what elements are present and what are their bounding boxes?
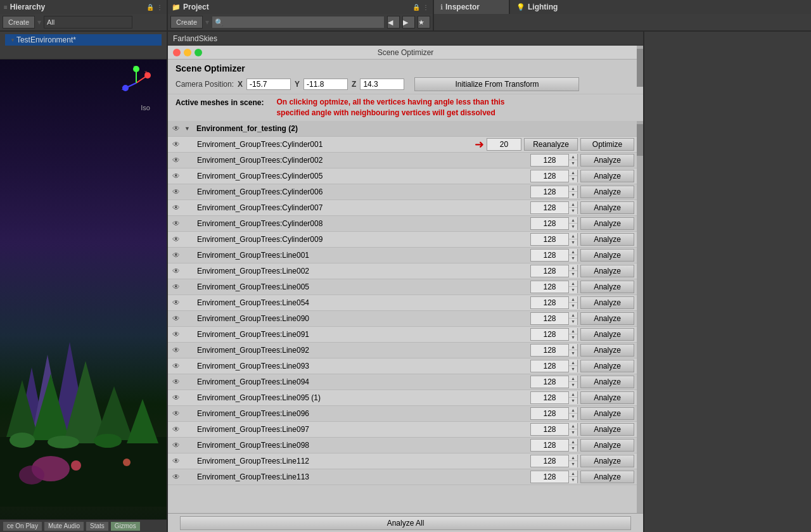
scene-mute-btn[interactable]: Mute Audio [44,521,84,531]
stepper-7[interactable]: 128▲▼ [530,249,578,262]
group-eye-icon[interactable]: 👁 [170,123,182,134]
scene-gizmos-btn[interactable]: Gizmos [110,521,141,531]
stepper-dn-18[interactable]: ▼ [569,429,577,436]
eye-icon-3[interactable]: 👁 [170,186,182,198]
eye-icon-13[interactable]: 👁 [170,345,182,356]
stepper-19[interactable]: 128▲▼ [530,439,578,452]
stepper-3[interactable]: 128▲▼ [530,186,578,198]
eye-icon-21[interactable]: 👁 [170,471,182,483]
eye-icon-2[interactable]: 👁 [170,170,182,182]
analyze-btn-14[interactable]: Analyze [580,360,634,372]
stepper-up-5[interactable]: ▲ [569,217,577,224]
stepper-up-4[interactable]: ▲ [569,201,577,208]
stepper-dn-19[interactable]: ▼ [569,445,577,452]
stepper-dn-6[interactable]: ▼ [569,239,577,246]
stepper-20[interactable]: 128▲▼ [530,455,578,467]
stepper-up-6[interactable]: ▲ [569,233,577,240]
hierarchy-lock-icon[interactable]: 🔒 [146,4,154,11]
analyze-btn-21[interactable]: Analyze [580,471,634,483]
eye-icon-12[interactable]: 👁 [170,329,182,340]
eye-icon-6[interactable]: 👁 [170,234,182,245]
stepper-up-13[interactable]: ▲ [569,344,577,351]
stepper-up-7[interactable]: ▲ [569,249,577,256]
project-nav-right-btn[interactable]: ▶ [402,16,415,28]
optimize-btn-0[interactable]: Optimize [580,138,634,151]
analyze-btn-15[interactable]: Analyze [580,376,634,388]
analyze-btn-17[interactable]: Analyze [580,407,634,420]
analyze-btn-12[interactable]: Analyze [580,328,634,341]
eye-icon-7[interactable]: 👁 [170,250,182,261]
init-from-transform-btn[interactable]: Initialize From Transform [414,77,579,91]
eye-icon-5[interactable]: 👁 [170,218,182,229]
inspector-panel-header[interactable]: ℹ Inspector [434,0,510,14]
analyze-all-btn[interactable]: Analyze All [180,516,632,530]
stepper-up-9[interactable]: ▲ [569,281,577,288]
project-search-input[interactable] [225,18,381,26]
z-value-input[interactable] [360,79,404,90]
eye-icon-20[interactable]: 👁 [170,455,182,467]
stepper-up-3[interactable]: ▲ [569,186,577,193]
analyze-btn-19[interactable]: Analyze [580,439,634,452]
stepper-dn-14[interactable]: ▼ [569,366,577,372]
analyze-btn-16[interactable]: Analyze [580,391,634,404]
stepper-5[interactable]: 128▲▼ [530,217,578,230]
stepper-dn-17[interactable]: ▼ [569,414,577,420]
hierarchy-search-input[interactable] [44,16,132,28]
stepper-18[interactable]: 128▲▼ [530,423,578,436]
stepper-6[interactable]: 128▲▼ [530,233,578,246]
stepper-17[interactable]: 128▲▼ [530,407,578,420]
stepper-dn-4[interactable]: ▼ [569,208,577,214]
stepper-up-2[interactable]: ▲ [569,170,577,177]
stepper-16[interactable]: 128▲▼ [530,391,578,404]
eye-icon-16[interactable]: 👁 [170,392,182,403]
hierarchy-create-btn[interactable]: Create [3,16,35,28]
stepper-13[interactable]: 128▲▼ [530,344,578,357]
dialog-scrollbar-track[interactable] [637,46,643,59]
stepper-up-11[interactable]: ▲ [569,312,577,319]
stepper-up-19[interactable]: ▲ [569,439,577,446]
eye-icon-0[interactable]: 👁 [170,139,182,150]
stepper-11[interactable]: 128▲▼ [530,312,578,325]
eye-icon-14[interactable]: 👁 [170,360,182,372]
maximize-btn[interactable] [195,49,202,56]
stepper-dn-13[interactable]: ▼ [569,350,577,357]
mesh-list-scrollbar-thumb[interactable] [637,124,643,156]
eye-icon-4[interactable]: 👁 [170,202,182,213]
analyze-btn-4[interactable]: Analyze [580,201,634,214]
stepper-dn-11[interactable]: ▼ [569,319,577,325]
stepper-dn-1[interactable]: ▼ [569,160,577,167]
stepper-up-14[interactable]: ▲ [569,360,577,367]
project-lock-icon[interactable]: 🔒 [412,4,420,11]
stepper-dn-15[interactable]: ▼ [569,382,577,388]
reanalyze-btn-0[interactable]: Reanalyze [524,138,578,151]
analyze-btn-10[interactable]: Analyze [580,296,634,309]
stepper-up-17[interactable]: ▲ [569,407,577,414]
eye-icon-19[interactable]: 👁 [170,440,182,451]
eye-icon-17[interactable]: 👁 [170,408,182,419]
analyze-btn-6[interactable]: Analyze [580,233,634,246]
stepper-10[interactable]: 128▲▼ [530,296,578,309]
stepper-dn-20[interactable]: ▼ [569,461,577,467]
analyze-btn-7[interactable]: Analyze [580,249,634,262]
stepper-up-21[interactable]: ▲ [569,471,577,478]
eye-icon-15[interactable]: 👁 [170,376,182,388]
analyze-btn-8[interactable]: Analyze [580,265,634,277]
x-value-input[interactable] [246,79,291,90]
minimize-btn[interactable] [184,49,191,56]
scene-play-btn[interactable]: ce On Play [3,521,42,531]
analyze-btn-3[interactable]: Analyze [580,186,634,198]
stepper-dn-5[interactable]: ▼ [569,224,577,230]
analyze-btn-11[interactable]: Analyze [580,312,634,325]
stepper-1[interactable]: 128▲▼ [530,154,578,167]
lighting-panel-header[interactable]: 💡 Lighting [510,0,564,14]
stepper-21[interactable]: 128▲▼ [530,471,578,483]
analyze-btn-20[interactable]: Analyze [580,455,634,467]
stepper-dn-12[interactable]: ▼ [569,334,577,341]
hierarchy-test-environment[interactable]: ▼ TestEnvironment* [5,34,162,46]
eye-icon-11[interactable]: 👁 [170,313,182,324]
stepper-up-18[interactable]: ▲ [569,423,577,430]
stepper-up-8[interactable]: ▲ [569,265,577,272]
mesh-list-scrollbar[interactable] [637,121,643,513]
analyze-btn-5[interactable]: Analyze [580,217,634,230]
stepper-dn-9[interactable]: ▼ [569,287,577,293]
